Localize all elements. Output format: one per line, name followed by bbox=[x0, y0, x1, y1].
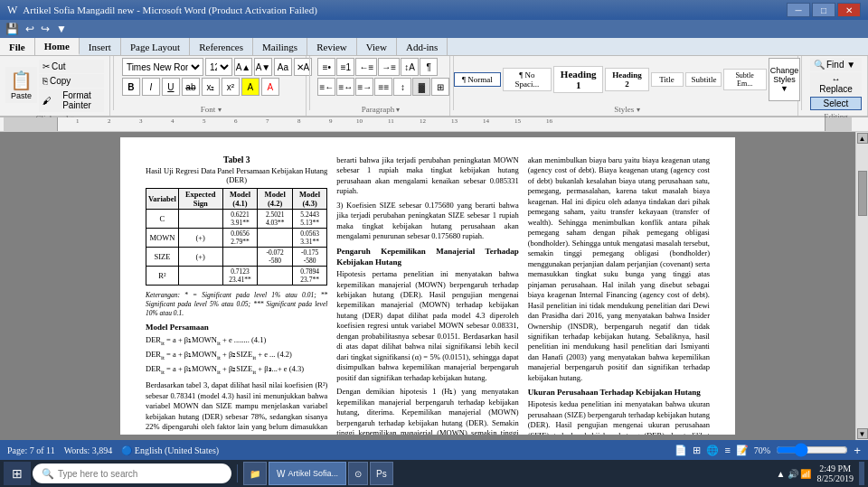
style-heading2[interactable]: Heading 2 bbox=[605, 68, 648, 91]
superscript-button[interactable]: x² bbox=[222, 78, 240, 96]
maximize-button[interactable]: □ bbox=[812, 3, 835, 17]
tab-mailings[interactable]: Mailings bbox=[253, 38, 307, 55]
underline-button[interactable]: U bbox=[162, 78, 180, 96]
justify-button[interactable]: ≡≡ bbox=[374, 78, 392, 96]
zoom-level: 70% bbox=[754, 445, 770, 455]
format-painter-button[interactable]: 🖌 Format Painter bbox=[39, 89, 104, 112]
close-button[interactable]: ✕ bbox=[837, 3, 861, 17]
style-title[interactable]: Title bbox=[651, 72, 684, 87]
grow-font-button[interactable]: A▲ bbox=[234, 58, 252, 76]
replace-button[interactable]: ↔ Replace bbox=[810, 72, 862, 96]
align-left-button[interactable]: ≡← bbox=[317, 78, 335, 96]
save-qat-button[interactable]: 💾 bbox=[4, 23, 21, 35]
col2-para4: Dengan demikian hipotesis 1 (H₁) yang me… bbox=[336, 387, 518, 435]
cut-button[interactable]: ✂ Cut bbox=[39, 60, 104, 73]
system-tray: ▲ 🔊 📶 bbox=[777, 469, 812, 479]
tab-review[interactable]: Review bbox=[307, 38, 357, 55]
borders-button[interactable]: ⊞ bbox=[431, 78, 449, 96]
paste-icon: 📋 bbox=[10, 70, 33, 91]
copy-button[interactable]: ⎘ Copy bbox=[39, 74, 104, 88]
decrease-indent-button[interactable]: ←≡ bbox=[355, 58, 377, 76]
shrink-font-button[interactable]: A▼ bbox=[254, 58, 272, 76]
print-layout-button[interactable]: 📄 bbox=[675, 445, 687, 456]
styles-group: ¶ Normal ¶ No Spaci... Heading 1 Heading… bbox=[457, 56, 798, 116]
col2-para2: 3) Koefisien SIZE sebesar 0.175680 yang … bbox=[336, 201, 518, 242]
start-button[interactable]: ⊞ bbox=[4, 462, 31, 485]
window-controls: ─ □ ✕ bbox=[787, 3, 861, 17]
scroll-up-button[interactable]: ▲ bbox=[857, 133, 868, 144]
tab-references[interactable]: References bbox=[190, 38, 253, 55]
show-marks-button[interactable]: ¶ bbox=[420, 58, 438, 76]
doc-column-1: Tabel 3 Hasil Uji Regresi Data Panel Per… bbox=[146, 155, 327, 435]
col3-para1: akan menimbulkan biaya baru yaitu biaya … bbox=[528, 155, 710, 383]
increase-indent-button[interactable]: →≡ bbox=[378, 58, 400, 76]
font-size-select[interactable]: 12 bbox=[205, 58, 232, 76]
word-count: Words: 3,894 bbox=[64, 445, 113, 455]
scroll-track[interactable] bbox=[857, 144, 867, 428]
subscript-button[interactable]: x₂ bbox=[202, 78, 220, 96]
sort-button[interactable]: ↕A bbox=[401, 58, 419, 76]
font-color-button[interactable]: A bbox=[261, 78, 279, 96]
scroll-thumb[interactable] bbox=[858, 171, 867, 216]
tab-home[interactable]: Home bbox=[35, 38, 80, 55]
taskbar-app-photoshop[interactable]: Ps bbox=[370, 462, 393, 485]
show-desktop-button[interactable] bbox=[859, 462, 864, 485]
strikethrough-button[interactable]: ab bbox=[182, 78, 200, 96]
window-title: Artikel Sofia Mangadil new - Microsoft W… bbox=[23, 5, 317, 15]
redo-qat-button[interactable]: ↪ bbox=[39, 23, 52, 35]
bold-button[interactable]: B bbox=[122, 78, 140, 96]
ruler: 1 2 3 4 5 6 7 8 9 10 11 12 13 14 15 16 bbox=[0, 117, 868, 132]
styles-label: Styles ▾ bbox=[614, 103, 639, 114]
minimize-button[interactable]: ─ bbox=[787, 3, 810, 17]
style-normal[interactable]: ¶ Normal bbox=[454, 72, 501, 87]
paste-button[interactable]: 📋 Paste bbox=[5, 67, 37, 103]
align-right-button[interactable]: ≡→ bbox=[355, 78, 373, 96]
ruler-content[interactable]: 1 2 3 4 5 6 7 8 9 10 11 12 13 14 15 16 bbox=[58, 117, 825, 131]
taskbar-app-chrome[interactable]: ⊙ bbox=[348, 462, 368, 485]
italic-button[interactable]: I bbox=[142, 78, 160, 96]
line-spacing-button[interactable]: ↕ bbox=[393, 78, 411, 96]
font-label: Font ▾ bbox=[201, 103, 222, 114]
bullets-button[interactable]: ≡• bbox=[317, 58, 335, 76]
find-button[interactable]: 🔍 Find ▼ bbox=[810, 58, 862, 71]
table-subtitle: Hasil Uji Regresi Data Panel Persamaan K… bbox=[146, 166, 327, 184]
style-heading1[interactable]: Heading 1 bbox=[553, 66, 604, 93]
col1-para1: Berdasarkan tabel 3, dapat dilihat hasil… bbox=[146, 380, 327, 435]
col3-para2: Hipotesis kedua penelitian ini menyataka… bbox=[528, 399, 710, 435]
select-button[interactable]: Select bbox=[810, 97, 862, 110]
zoom-in-button[interactable]: + bbox=[854, 444, 861, 457]
change-case-button[interactable]: Aa bbox=[274, 58, 292, 76]
tab-add-ins[interactable]: Add-ins bbox=[397, 38, 448, 55]
style-no-spacing[interactable]: ¶ No Spaci... bbox=[503, 68, 552, 91]
web-layout-button[interactable]: 🌐 bbox=[706, 445, 719, 456]
vertical-scrollbar[interactable]: ▲ ▼ bbox=[855, 132, 868, 440]
font-name-select[interactable]: Times New Rom bbox=[122, 58, 203, 76]
tab-insert[interactable]: Insert bbox=[80, 38, 121, 55]
undo-qat-button[interactable]: ↩ bbox=[24, 23, 36, 35]
draft-button[interactable]: 📝 bbox=[736, 445, 749, 456]
text-highlight-button[interactable]: A bbox=[241, 78, 259, 96]
change-styles-button[interactable]: ChangeStyles▼ bbox=[769, 58, 800, 101]
shading-button[interactable]: ▓ bbox=[412, 78, 430, 96]
equation-2: DERit = a + β₁MOWNit + β₂SIZEit + e ... … bbox=[146, 350, 327, 362]
outline-button[interactable]: ≡ bbox=[724, 445, 730, 455]
numbering-button[interactable]: ≡1 bbox=[336, 58, 354, 76]
status-right: 📄 ⊞ 🌐 ≡ 📝 70% + bbox=[675, 444, 861, 457]
find-icon: 🔍 bbox=[814, 60, 825, 70]
tab-file[interactable]: File bbox=[0, 38, 35, 55]
taskbar-search-input[interactable] bbox=[58, 469, 212, 479]
style-subtle-em[interactable]: Subtle Em... bbox=[723, 69, 767, 90]
scroll-down-button[interactable]: ▼ bbox=[857, 428, 868, 439]
tab-view[interactable]: View bbox=[357, 38, 397, 55]
style-subtitle[interactable]: Subtitle bbox=[685, 72, 722, 87]
fullscreen-button[interactable]: ⊞ bbox=[693, 445, 701, 456]
taskbar-app-explorer[interactable]: 📁 bbox=[243, 462, 267, 485]
paragraph-group: ≡• ≡1 ←≡ →≡ ↕A ¶ ≡← ≡↔ ≡→ ≡≡ ↕ ▓ ⊞ Parag… bbox=[312, 56, 449, 116]
zoom-slider[interactable] bbox=[776, 445, 848, 455]
status-bar: Page: 7 of 11 Words: 3,894 🔵 English (Un… bbox=[0, 440, 868, 460]
taskbar-app-word[interactable]: W Artikel Sofia... bbox=[269, 462, 346, 485]
taskbar-search[interactable]: 🔍 bbox=[33, 464, 231, 483]
center-button[interactable]: ≡↔ bbox=[336, 78, 354, 96]
customize-qat-button[interactable]: ▼ bbox=[54, 23, 69, 35]
tab-page-layout[interactable]: Page Layout bbox=[121, 38, 190, 55]
